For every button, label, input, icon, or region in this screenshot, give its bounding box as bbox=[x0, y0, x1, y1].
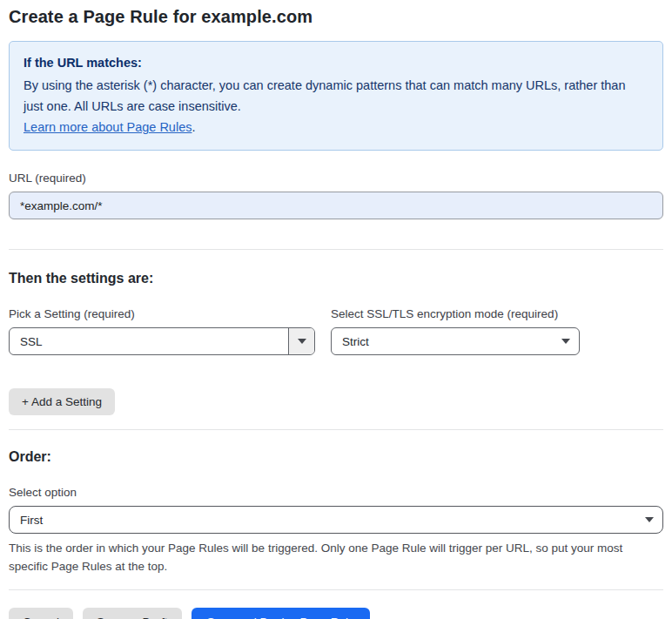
chevron-down-icon bbox=[636, 517, 662, 522]
setting-select[interactable]: SSL bbox=[9, 327, 315, 355]
divider bbox=[9, 589, 663, 590]
order-section-heading: Order: bbox=[9, 449, 663, 465]
divider bbox=[9, 429, 663, 430]
setting-select-column: Pick a Setting (required) SSL bbox=[9, 307, 315, 355]
page-title: Create a Page Rule for example.com bbox=[9, 7, 663, 27]
cancel-button[interactable]: Cancel bbox=[9, 608, 73, 619]
settings-section-heading: Then the settings are: bbox=[9, 271, 663, 286]
mode-select-column: Select SSL/TLS encryption mode (required… bbox=[331, 307, 580, 355]
url-field-label: URL (required) bbox=[9, 172, 663, 185]
setting-select-label: Pick a Setting (required) bbox=[9, 307, 315, 320]
order-select[interactable]: First bbox=[9, 506, 663, 534]
ssl-mode-select[interactable]: Strict bbox=[331, 327, 580, 355]
save-draft-button[interactable]: Save as Draft bbox=[83, 608, 182, 619]
info-box-body: By using the asterisk (*) character, you… bbox=[24, 75, 648, 117]
link-period: . bbox=[192, 120, 195, 134]
info-box-heading: If the URL matches: bbox=[24, 52, 648, 73]
create-page-rule-form: Create a Page Rule for example.com If th… bbox=[0, 0, 672, 619]
order-helper-text: This is the order in which your Page Rul… bbox=[9, 539, 663, 575]
divider bbox=[9, 249, 663, 250]
url-match-info-box: If the URL matches: By using the asteris… bbox=[9, 41, 663, 151]
chevron-down-icon bbox=[553, 339, 579, 344]
add-setting-button[interactable]: + Add a Setting bbox=[9, 388, 115, 415]
ssl-mode-select-value: Strict bbox=[332, 335, 553, 348]
order-select-label: Select option bbox=[9, 486, 663, 499]
setting-select-value: SSL bbox=[10, 335, 288, 348]
url-input[interactable] bbox=[9, 192, 663, 219]
order-select-value: First bbox=[10, 514, 636, 527]
mode-select-label: Select SSL/TLS encryption mode (required… bbox=[331, 307, 580, 320]
settings-row: Pick a Setting (required) SSL Select SSL… bbox=[9, 307, 663, 355]
chevron-down-icon bbox=[298, 339, 306, 344]
info-box-link-line: Learn more about Page Rules. bbox=[24, 117, 648, 138]
learn-more-link[interactable]: Learn more about Page Rules bbox=[24, 120, 192, 134]
save-deploy-button[interactable]: Save and Deploy Page Rule bbox=[192, 608, 371, 619]
setting-select-arrow-button[interactable] bbox=[288, 328, 314, 354]
footer-buttons: Cancel Save as Draft Save and Deploy Pag… bbox=[9, 608, 663, 619]
